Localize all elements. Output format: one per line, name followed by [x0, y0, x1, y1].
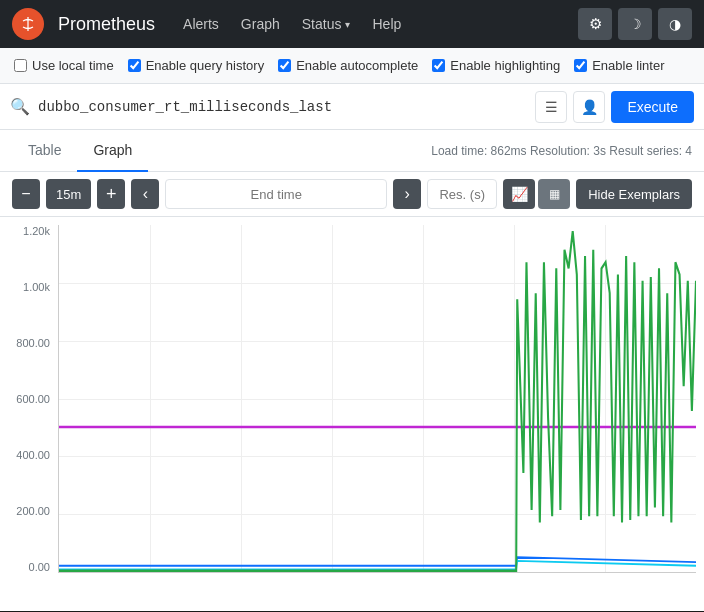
enable-linter-checkbox[interactable] — [574, 59, 587, 72]
settings-icon-button[interactable]: ⚙ — [578, 8, 612, 40]
enable-autocomplete-label: Enable autocomplete — [296, 58, 418, 73]
execute-button[interactable]: Execute — [611, 91, 694, 123]
prometheus-logo-icon — [18, 14, 38, 34]
brand-name: Prometheus — [58, 14, 155, 35]
line-chart-button[interactable]: 📈 — [503, 179, 535, 209]
search-bar: 🔍 ☰ 👤 Execute — [0, 84, 704, 130]
enable-highlighting-option[interactable]: Enable highlighting — [432, 58, 560, 73]
search-actions: ☰ 👤 Execute — [535, 91, 694, 123]
plus-button[interactable]: + — [97, 179, 125, 209]
dark-mode-icon-button[interactable]: ☽ — [618, 8, 652, 40]
minus-button[interactable]: − — [12, 179, 40, 209]
end-time-input[interactable] — [165, 179, 387, 209]
y-axis: 0.00 200.00 400.00 600.00 800.00 1.00k 1… — [0, 225, 56, 573]
enable-autocomplete-option[interactable]: Enable autocomplete — [278, 58, 418, 73]
interval-label: 15m — [46, 179, 91, 209]
user-icon-button[interactable]: 👤 — [573, 91, 605, 123]
enable-autocomplete-checkbox[interactable] — [278, 59, 291, 72]
chart-svg — [59, 225, 696, 572]
y-label-1: 200.00 — [16, 505, 50, 517]
options-bar: Use local time Enable query history Enab… — [0, 48, 704, 84]
enable-highlighting-checkbox[interactable] — [432, 59, 445, 72]
nav-graph[interactable]: Graph — [231, 10, 290, 38]
logo — [12, 8, 44, 40]
controls-row: − 15m + ‹ › 📈 ▦ Hide Exemplars — [0, 172, 704, 217]
navbar-right-icons: ⚙ ☽ ◑ — [578, 8, 692, 40]
tabs-row: Table Graph Load time: 862ms Resolution:… — [0, 130, 704, 172]
list-icon-button[interactable]: ☰ — [535, 91, 567, 123]
enable-linter-label: Enable linter — [592, 58, 664, 73]
y-label-4: 800.00 — [16, 337, 50, 349]
enable-highlighting-label: Enable highlighting — [450, 58, 560, 73]
navbar-links: Alerts Graph Status▾ Help — [173, 10, 411, 38]
load-info: Load time: 862ms Resolution: 3s Result s… — [431, 144, 692, 158]
search-icon: 🔍 — [10, 97, 30, 116]
y-label-3: 600.00 — [16, 393, 50, 405]
chart-area: 0.00 200.00 400.00 600.00 800.00 1.00k 1… — [0, 217, 704, 611]
enable-query-history-checkbox[interactable] — [128, 59, 141, 72]
nav-help[interactable]: Help — [362, 10, 411, 38]
stacked-chart-button[interactable]: ▦ — [538, 179, 570, 209]
y-label-0: 0.00 — [29, 561, 50, 573]
enable-linter-option[interactable]: Enable linter — [574, 58, 664, 73]
series-blue — [59, 557, 696, 566]
next-button[interactable]: › — [393, 179, 421, 209]
y-label-5: 1.00k — [23, 281, 50, 293]
use-local-time-option[interactable]: Use local time — [14, 58, 114, 73]
nav-status[interactable]: Status▾ — [292, 10, 361, 38]
chart-inner: 23:50 23:52 23:54 23:56 23:58 00:00 00:0… — [58, 225, 696, 573]
series-green — [59, 231, 696, 571]
navbar: Prometheus Alerts Graph Status▾ Help ⚙ ☽… — [0, 0, 704, 48]
use-local-time-label: Use local time — [32, 58, 114, 73]
enable-query-history-label: Enable query history — [146, 58, 265, 73]
prev-button[interactable]: ‹ — [131, 179, 159, 209]
enable-query-history-option[interactable]: Enable query history — [128, 58, 265, 73]
y-label-6: 1.20k — [23, 225, 50, 237]
hide-exemplars-button[interactable]: Hide Exemplars — [576, 179, 692, 209]
use-local-time-checkbox[interactable] — [14, 59, 27, 72]
tab-graph[interactable]: Graph — [77, 130, 148, 172]
nav-alerts[interactable]: Alerts — [173, 10, 229, 38]
chart-type-buttons: 📈 ▦ — [503, 179, 570, 209]
y-label-2: 400.00 — [16, 449, 50, 461]
query-input[interactable] — [38, 99, 527, 115]
tab-table[interactable]: Table — [12, 130, 77, 172]
contrast-icon-button[interactable]: ◑ — [658, 8, 692, 40]
resolution-input[interactable] — [427, 179, 497, 209]
